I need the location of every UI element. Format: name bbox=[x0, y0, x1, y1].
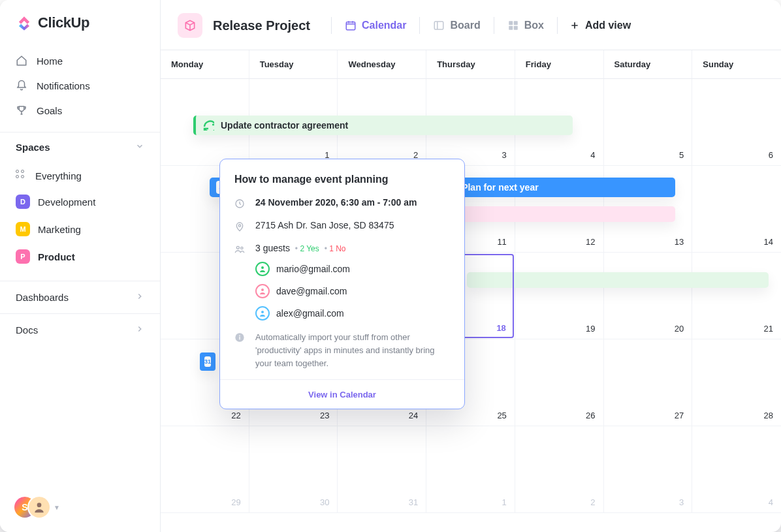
view-calendar[interactable]: Calendar bbox=[343, 17, 407, 34]
chevron-down-icon bbox=[135, 142, 144, 153]
section-label: Docs bbox=[16, 324, 38, 336]
board-icon bbox=[433, 20, 445, 31]
popup-description-row: Automatically import your stuff from oth… bbox=[234, 331, 450, 370]
guest-email: dave@gmail.com bbox=[276, 286, 347, 296]
space-everything[interactable]: Everything bbox=[8, 163, 152, 188]
day-cell[interactable]: 6 bbox=[692, 79, 781, 166]
nav-notifications[interactable]: Notifications bbox=[8, 73, 152, 98]
clickup-logo-icon bbox=[16, 14, 33, 31]
event-detail-popup: How to manage event planning 24 November… bbox=[219, 159, 465, 409]
day-cell[interactable]: 26 bbox=[515, 339, 604, 426]
divider bbox=[331, 17, 332, 34]
popup-location-row: 2715 Ash Dr. San Jose, SD 83475 bbox=[234, 220, 450, 234]
view-board[interactable]: Board bbox=[432, 17, 481, 34]
workspace-switcher[interactable]: S ▼ bbox=[0, 482, 160, 532]
box-icon bbox=[507, 20, 519, 31]
nav-home[interactable]: Home bbox=[8, 48, 152, 73]
svg-rect-5 bbox=[509, 26, 513, 30]
event-small-blue[interactable]: 31 bbox=[200, 352, 215, 371]
day-cell[interactable]: 27 bbox=[604, 339, 693, 426]
day-header: Sunday bbox=[692, 50, 781, 78]
nav-label: Home bbox=[37, 55, 63, 67]
day-cell[interactable]: 19 bbox=[515, 253, 604, 339]
brand-name: ClickUp bbox=[38, 14, 89, 31]
view-in-calendar-link[interactable]: View in Calendar bbox=[308, 390, 376, 399]
section-label: Dashboards bbox=[16, 292, 69, 303]
day-header: Thursday bbox=[426, 50, 515, 78]
svg-point-12 bbox=[261, 289, 264, 291]
event-pink-bar[interactable] bbox=[451, 206, 675, 222]
popup-datetime: 24 November 2020, 6:30 am - 7:00 am bbox=[255, 197, 417, 208]
day-cell[interactable]: 29 bbox=[161, 426, 249, 513]
svg-point-13 bbox=[261, 311, 264, 313]
day-header: Tuesday bbox=[249, 50, 338, 78]
guest-avatar-icon bbox=[255, 306, 270, 321]
svg-rect-4 bbox=[513, 21, 517, 25]
project-icon bbox=[178, 13, 202, 38]
nav-goals[interactable]: Goals bbox=[8, 98, 152, 123]
event-plan-next-year[interactable]: 31 Plan for next year bbox=[436, 178, 675, 197]
view-label: Board bbox=[450, 20, 480, 31]
event-update-contractor[interactable]: Update contractor agreement bbox=[193, 116, 573, 135]
recurring-icon bbox=[202, 119, 214, 133]
day-cell[interactable]: 21 bbox=[692, 253, 781, 339]
day-cell[interactable]: 4 bbox=[692, 426, 781, 513]
guests-count: 3 guests bbox=[255, 243, 290, 253]
view-box[interactable]: Box bbox=[506, 17, 545, 34]
calendar-icon bbox=[345, 20, 357, 31]
space-marketing[interactable]: M Marketing bbox=[8, 215, 152, 243]
popup-footer: View in Calendar bbox=[220, 379, 464, 409]
add-view-button[interactable]: Add view bbox=[569, 20, 631, 31]
event-mint-bar[interactable] bbox=[467, 272, 769, 288]
avatar-stack: S bbox=[14, 497, 50, 518]
space-development[interactable]: D Development bbox=[8, 188, 152, 215]
divider bbox=[557, 17, 558, 34]
space-chip: D bbox=[16, 195, 30, 209]
day-cell[interactable]: 31 bbox=[338, 426, 426, 513]
calendar-badge-icon: 31 bbox=[204, 356, 211, 367]
guest-item[interactable]: dave@gmail.com bbox=[255, 284, 450, 298]
user-avatar bbox=[29, 497, 50, 518]
day-cell[interactable]: 5 bbox=[604, 79, 693, 166]
popup-description: Automatically import your stuff from oth… bbox=[255, 331, 450, 370]
space-product[interactable]: P Product bbox=[8, 243, 152, 270]
guest-item[interactable]: mario@gmail.com bbox=[255, 262, 450, 276]
svg-point-10 bbox=[241, 247, 243, 249]
space-label: Marketing bbox=[38, 224, 81, 235]
day-cell[interactable]: 3 bbox=[604, 426, 693, 513]
nav-docs[interactable]: Docs bbox=[0, 313, 160, 346]
day-cell[interactable]: 20 bbox=[604, 253, 693, 339]
location-icon bbox=[234, 221, 245, 234]
app-window: ClickUp Home Notifications Goals bbox=[0, 0, 781, 532]
everything-icon bbox=[16, 170, 27, 181]
bell-icon bbox=[16, 80, 27, 91]
svg-point-8 bbox=[238, 225, 240, 227]
day-header: Friday bbox=[515, 50, 604, 78]
nav-label: Notifications bbox=[37, 80, 90, 91]
trophy-icon bbox=[16, 104, 27, 116]
day-cell[interactable]: 1 bbox=[426, 426, 515, 513]
day-header: Monday bbox=[161, 50, 249, 78]
day-cell[interactable]: 14 bbox=[692, 166, 781, 253]
guests-no: 1 No bbox=[329, 244, 345, 253]
caret-down-icon: ▼ bbox=[54, 504, 60, 511]
day-cell[interactable]: 30 bbox=[249, 426, 338, 513]
svg-point-0 bbox=[37, 503, 42, 507]
nav-dashboards[interactable]: Dashboards bbox=[0, 281, 160, 313]
brand-logo[interactable]: ClickUp bbox=[0, 0, 160, 47]
svg-rect-6 bbox=[513, 26, 517, 30]
day-cell[interactable]: 28 bbox=[692, 339, 781, 426]
guest-avatar-icon bbox=[255, 262, 270, 276]
space-list: Everything D Development M Marketing P P… bbox=[0, 161, 160, 281]
primary-nav: Home Notifications Goals bbox=[0, 47, 160, 132]
guest-list: mario@gmail.com dave@gmail.com alex@gmai… bbox=[255, 262, 450, 321]
guest-email: alex@gmail.com bbox=[276, 308, 344, 319]
space-label: Everything bbox=[35, 170, 82, 181]
event-title: Plan for next year bbox=[462, 182, 539, 193]
guest-item[interactable]: alex@gmail.com bbox=[255, 306, 450, 321]
spaces-header[interactable]: Spaces bbox=[0, 132, 160, 161]
chevron-right-icon bbox=[135, 324, 144, 336]
project-title: Release Project bbox=[213, 18, 310, 33]
home-icon bbox=[16, 55, 27, 67]
day-cell[interactable]: 2 bbox=[515, 426, 604, 513]
